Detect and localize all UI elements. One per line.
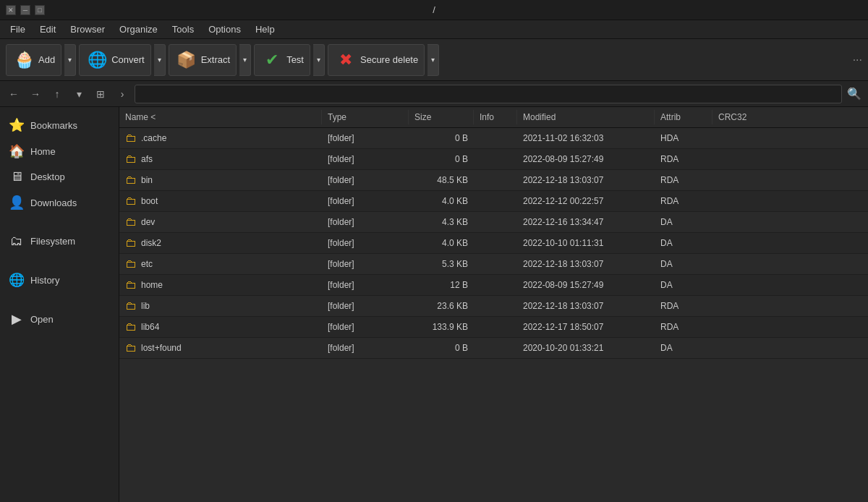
file-crc32-cell <box>712 302 770 310</box>
sidebar-label-bookmarks: Bookmarks <box>30 120 77 131</box>
history-icon: 🌐 <box>9 272 25 288</box>
header-crc32[interactable]: CRC32 <box>712 110 770 124</box>
forward-button[interactable]: → <box>26 85 45 103</box>
file-size-cell: 12 B <box>409 276 474 294</box>
table-row[interactable]: 🗀lib64[folder]133.9 KB2022-12-17 18:50:0… <box>119 317 868 338</box>
file-attrib-cell: HDA <box>655 129 712 147</box>
secure-delete-dropdown[interactable]: ▾ <box>427 44 439 76</box>
file-crc32-cell <box>712 323 770 331</box>
folder-icon: 🗀 <box>125 195 137 208</box>
up-button[interactable]: ↑ <box>48 85 67 103</box>
table-row[interactable]: 🗀.cache[folder]0 B2021-11-02 16:32:03HDA <box>119 128 868 149</box>
header-attrib[interactable]: Attrib <box>655 110 712 124</box>
file-size-cell: 5.3 KB <box>409 255 474 273</box>
header-size[interactable]: Size <box>409 110 474 124</box>
sidebar-item-downloads[interactable]: 👤 Downloads <box>0 190 119 215</box>
sidebar-item-bookmarks[interactable]: ⭐ Bookmarks <box>0 113 119 137</box>
file-info-cell <box>474 176 517 184</box>
sidebar-item-home[interactable]: 🏠 Home <box>0 139 119 163</box>
file-name: dev <box>141 217 155 227</box>
folder-icon: 🗀 <box>125 341 137 354</box>
file-name-cell: 🗀home <box>119 275 322 295</box>
file-name: etc <box>141 259 153 269</box>
table-row[interactable]: 🗀boot[folder]4.0 KB2022-12-12 00:22:57RD… <box>119 191 868 212</box>
file-crc32-cell <box>712 281 770 289</box>
add-button[interactable]: 🧁 Add <box>6 44 61 76</box>
file-type-cell: [folder] <box>322 192 409 210</box>
menu-browser[interactable]: Browser <box>64 22 111 36</box>
file-name: lost+found <box>141 343 182 353</box>
table-row[interactable]: 🗀lib[folder]23.6 KB2022-12-18 13:03:07RD… <box>119 296 868 317</box>
secure-delete-button[interactable]: ✖ Secure delete <box>328 44 425 76</box>
file-info-cell <box>474 344 517 352</box>
file-attrib-cell: RDA <box>655 318 712 336</box>
convert-icon: 🌐 <box>85 48 109 72</box>
sidebar-label-filesystem: Filesystem <box>30 236 75 247</box>
file-attrib-cell: RDA <box>655 171 712 189</box>
sidebar-item-open[interactable]: ▶ Open <box>0 307 119 331</box>
extract-dropdown[interactable]: ▾ <box>239 44 251 76</box>
bookmarks-icon: ⭐ <box>9 117 25 133</box>
file-crc32-cell <box>712 135 770 142</box>
sidebar-spacer-1 <box>0 216 119 228</box>
main-area: ⭐ Bookmarks 🏠 Home 🖥 Desktop 👤 Downloads… <box>0 107 868 502</box>
file-size-cell: 133.9 KB <box>409 318 474 336</box>
file-name-cell: 🗀disk2 <box>119 233 322 253</box>
header-name[interactable]: Name < <box>119 110 322 124</box>
file-name-cell: 🗀.cache <box>119 128 322 148</box>
add-dropdown[interactable]: ▾ <box>64 44 76 76</box>
file-modified-cell: 2021-11-02 16:32:03 <box>517 129 655 147</box>
folder-icon: 🗀 <box>125 299 137 312</box>
nav-next-button[interactable]: › <box>113 85 132 103</box>
back-button[interactable]: ← <box>4 85 23 103</box>
file-name-cell: 🗀dev <box>119 212 322 232</box>
table-row[interactable]: 🗀bin[folder]48.5 KB2022-12-18 13:03:07RD… <box>119 170 868 191</box>
menu-file[interactable]: File <box>4 22 31 36</box>
window-title: / <box>433 4 435 15</box>
file-info-cell <box>474 197 517 205</box>
table-row[interactable]: 🗀lost+found[folder]0 B2020-10-20 01:33:2… <box>119 338 868 359</box>
test-dropdown[interactable]: ▾ <box>313 44 325 76</box>
sidebar-item-desktop[interactable]: 🖥 Desktop <box>0 165 119 189</box>
sidebar-item-history[interactable]: 🌐 History <box>0 268 119 292</box>
table-row[interactable]: 🗀disk2[folder]4.0 KB2022-10-10 01:11:31D… <box>119 233 868 254</box>
table-row[interactable]: 🗀etc[folder]5.3 KB2022-12-18 13:03:07DA <box>119 254 868 275</box>
nav-dropdown-button[interactable]: ▾ <box>69 85 88 103</box>
path-bar[interactable] <box>135 85 842 103</box>
grid-view-button[interactable]: ⊞ <box>91 85 110 103</box>
file-size-cell: 0 B <box>409 150 474 168</box>
folder-icon: 🗀 <box>125 216 137 229</box>
extract-button[interactable]: 📦 Extract <box>169 44 237 76</box>
menu-tools[interactable]: Tools <box>166 22 200 36</box>
menu-options[interactable]: Options <box>203 22 247 36</box>
file-type-cell: [folder] <box>322 276 409 294</box>
header-info[interactable]: Info <box>474 110 517 124</box>
file-name: bin <box>141 175 153 185</box>
search-button[interactable]: 🔍 <box>845 85 864 103</box>
toolbar-more[interactable]: ··· <box>853 54 862 67</box>
file-name: disk2 <box>141 238 161 248</box>
table-row[interactable]: 🗀afs[folder]0 B2022-08-09 15:27:49RDA <box>119 149 868 170</box>
file-name-cell: 🗀lib <box>119 296 322 316</box>
convert-button[interactable]: 🌐 Convert <box>79 44 151 76</box>
minimize-button[interactable]: ─ <box>20 5 30 15</box>
test-button[interactable]: ✔ Test <box>254 44 310 76</box>
menu-organize[interactable]: Organize <box>114 22 163 36</box>
file-crc32-cell <box>712 260 770 268</box>
maximize-button[interactable]: □ <box>35 5 45 15</box>
menu-edit[interactable]: Edit <box>34 22 61 36</box>
header-modified[interactable]: Modified <box>517 110 655 124</box>
table-row[interactable]: 🗀dev[folder]4.3 KB2022-12-16 13:34:47DA <box>119 212 868 233</box>
home-icon: 🏠 <box>9 143 25 159</box>
sidebar-label-open: Open <box>30 314 54 325</box>
file-modified-cell: 2022-12-18 13:03:07 <box>517 171 655 189</box>
close-button[interactable]: ✕ <box>6 5 16 15</box>
file-modified-cell: 2022-12-18 13:03:07 <box>517 255 655 273</box>
file-size-cell: 0 B <box>409 129 474 147</box>
sidebar: ⭐ Bookmarks 🏠 Home 🖥 Desktop 👤 Downloads… <box>0 107 119 502</box>
sidebar-item-filesystem[interactable]: 🗂 Filesystem <box>0 229 119 253</box>
header-type[interactable]: Type <box>322 110 409 124</box>
menu-help[interactable]: Help <box>250 22 281 36</box>
convert-dropdown[interactable]: ▾ <box>154 44 166 76</box>
table-row[interactable]: 🗀home[folder]12 B2022-08-09 15:27:49DA <box>119 275 868 296</box>
